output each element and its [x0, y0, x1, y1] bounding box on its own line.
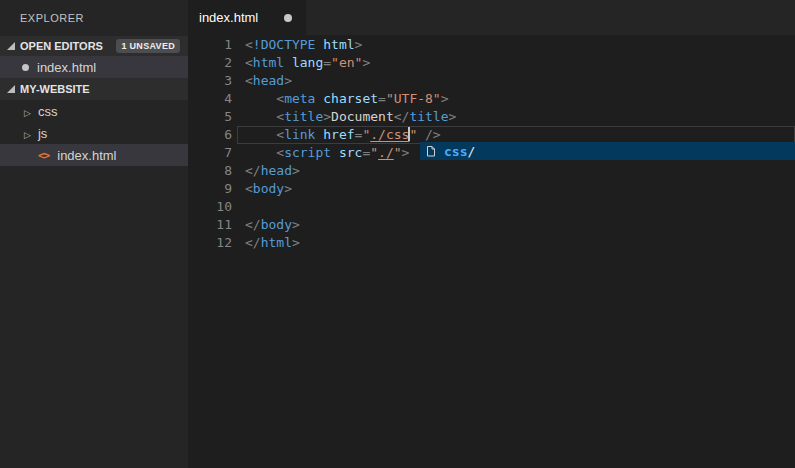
token: html — [261, 235, 292, 250]
code-line[interactable]: 9<body> — [188, 180, 795, 198]
token: ./css — [370, 127, 409, 142]
token: charset — [323, 91, 378, 106]
code-line[interactable]: 3<head> — [188, 72, 795, 90]
token: </ — [245, 235, 261, 250]
token: head — [261, 163, 292, 178]
line-number: 11 — [188, 216, 232, 234]
tree-item-label: css — [38, 104, 58, 119]
code-text: <!DOCTYPE html> — [245, 36, 795, 54]
token: " — [370, 145, 378, 160]
open-editors-header[interactable]: OPEN EDITORS 1 UNSAVED — [0, 36, 188, 56]
chevron-expanded-icon — [7, 85, 15, 93]
suggest-item-css[interactable]: css / — [420, 142, 795, 160]
tab-index-html[interactable]: index.html — [188, 0, 306, 35]
code-line[interactable]: 1<!DOCTYPE html> — [188, 36, 795, 54]
token: > — [284, 73, 292, 88]
token: < — [245, 37, 253, 52]
tree-item-index-html[interactable]: <> index.html — [0, 144, 188, 166]
folder-root-header[interactable]: MY-WEBSITE — [0, 78, 188, 100]
folder-root-label: MY-WEBSITE — [20, 83, 90, 95]
code-line[interactable]: 10 — [188, 198, 795, 216]
tree-item-js-folder[interactable]: js — [0, 122, 188, 144]
unsaved-dot-icon[interactable] — [284, 14, 292, 22]
html-file-icon: <> — [38, 149, 49, 162]
line-number: 12 — [188, 234, 232, 252]
line-number: 10 — [188, 198, 232, 216]
token: < — [245, 55, 253, 70]
chevron-collapsed-icon — [24, 104, 31, 119]
line-number: 3 — [188, 72, 232, 90]
token: > — [449, 109, 457, 124]
code-text: <body> — [245, 180, 795, 198]
line-number: 2 — [188, 54, 232, 72]
chevron-expanded-icon — [7, 42, 15, 50]
token: > — [292, 217, 300, 232]
code-line[interactable]: 11</body> — [188, 216, 795, 234]
token: /> — [425, 127, 441, 142]
token: script — [284, 145, 331, 160]
code-line[interactable]: 8</head> — [188, 162, 795, 180]
line-number: 1 — [188, 36, 232, 54]
code-text: </head> — [245, 162, 795, 180]
token: link — [284, 127, 315, 142]
open-editors-label: OPEN EDITORS — [20, 40, 103, 52]
sidebar-title: EXPLORER — [0, 0, 188, 36]
code-text: <html lang="en"> — [245, 54, 795, 72]
token: < — [276, 127, 284, 142]
token: > — [362, 55, 370, 70]
token: </ — [245, 163, 261, 178]
token: = — [378, 91, 386, 106]
code-line[interactable]: 5 <title>Document</title> — [188, 108, 795, 126]
token: meta — [284, 91, 315, 106]
token: > — [292, 163, 300, 178]
token — [245, 109, 276, 124]
open-editor-item-index-html[interactable]: index.html — [0, 56, 188, 78]
code-line[interactable]: 2<html lang="en"> — [188, 54, 795, 72]
editor-tab-bar: index.html — [188, 0, 795, 35]
token: > — [292, 235, 300, 250]
token: > — [441, 91, 449, 106]
token: < — [245, 181, 253, 196]
code-line[interactable]: 12</html> — [188, 234, 795, 252]
token: < — [276, 145, 284, 160]
token: < — [276, 91, 284, 106]
tree-item-label: index.html — [57, 148, 116, 163]
token — [284, 55, 292, 70]
token: = — [323, 55, 331, 70]
code-editor[interactable]: 1<!DOCTYPE html>2<html lang="en">3<head>… — [188, 35, 795, 468]
token: body — [253, 181, 284, 196]
token: "en" — [331, 55, 362, 70]
token: head — [253, 73, 284, 88]
token: src — [339, 145, 362, 160]
token: !DOCTYPE — [253, 37, 316, 52]
token — [331, 145, 339, 160]
suggest-match-text: css — [444, 144, 467, 159]
explorer-sidebar: EXPLORER OPEN EDITORS 1 UNSAVED index.ht… — [0, 0, 188, 468]
token: ./ — [378, 145, 394, 160]
tree-item-css-folder[interactable]: css — [0, 100, 188, 122]
token: < — [276, 109, 284, 124]
code-text: <head> — [245, 72, 795, 90]
token: " — [394, 145, 402, 160]
token: href — [323, 127, 354, 142]
code-line[interactable]: 4 <meta charset="UTF-8"> — [188, 90, 795, 108]
token: html — [253, 55, 284, 70]
line-number: 9 — [188, 180, 232, 198]
token: > — [284, 181, 292, 196]
unsaved-count-badge: 1 UNSAVED — [116, 39, 180, 53]
line-number: 4 — [188, 90, 232, 108]
line-number: 5 — [188, 108, 232, 126]
token — [245, 145, 276, 160]
token — [417, 127, 425, 142]
modified-dot-icon — [22, 64, 29, 71]
code-text: </body> — [245, 216, 795, 234]
code-text: <title>Document</title> — [245, 108, 795, 126]
code-text: </html> — [245, 234, 795, 252]
token: > — [402, 145, 410, 160]
code-text: <meta charset="UTF-8"> — [245, 90, 795, 108]
line-number: 6 — [188, 126, 232, 144]
token: title — [409, 109, 448, 124]
open-editor-item-label: index.html — [37, 60, 96, 75]
token: > — [355, 37, 363, 52]
token: body — [261, 217, 292, 232]
